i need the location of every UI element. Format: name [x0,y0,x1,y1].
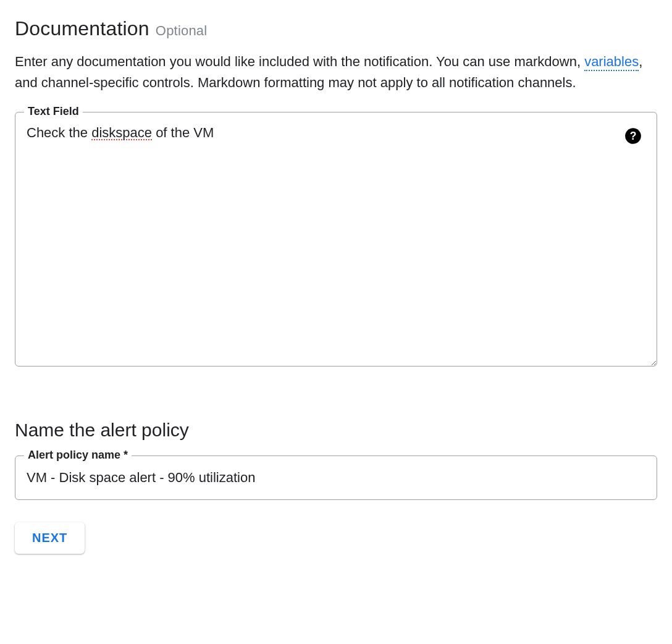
alert-policy-name-input[interactable] [15,456,657,499]
svg-text:?: ? [630,130,637,142]
documentation-description: Enter any documentation you would like i… [15,51,645,93]
doc-text-pre: Check the [27,125,91,140]
text-field-label: Text Field [24,105,83,118]
name-policy-heading: Name the alert policy [15,420,657,441]
doc-text-post: of the VM [152,125,214,140]
alert-policy-name-field: Alert policy name * [15,455,657,500]
documentation-textarea[interactable]: Check the diskspace of the VM [15,112,657,366]
documentation-title: Documentation [15,17,149,40]
help-icon[interactable]: ? [624,127,642,145]
alert-policy-name-label: Alert policy name * [24,449,132,462]
next-button[interactable]: NEXT [15,522,85,554]
doc-text-misspelled: diskspace [91,125,152,140]
description-pre: Enter any documentation you would like i… [15,54,584,69]
optional-tag: Optional [156,23,208,39]
documentation-heading: Documentation Optional [15,17,657,40]
documentation-textarea-field: Text Field Check the diskspace of the VM… [15,112,657,366]
variables-link[interactable]: variables [584,54,639,71]
next-button-label: NEXT [32,531,67,545]
